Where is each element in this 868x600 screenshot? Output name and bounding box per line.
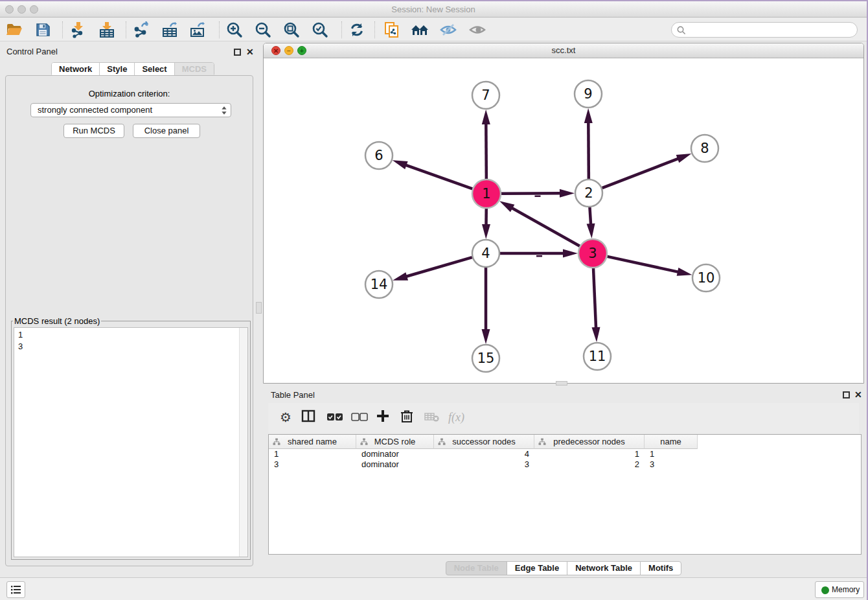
table-settings-button[interactable]: ⚙ xyxy=(277,409,295,427)
graph-node-label: 6 xyxy=(374,148,383,163)
graph-node-label: 3 xyxy=(588,246,597,261)
optimization-criterion-label: Optimization criterion: xyxy=(6,89,253,98)
search-icon xyxy=(677,26,686,35)
window-zoom-button[interactable] xyxy=(30,5,38,14)
zoom-fit-button[interactable] xyxy=(282,21,301,39)
column-header-shared-name[interactable]: shared name xyxy=(269,435,356,449)
zoom-selected-button[interactable] xyxy=(311,21,329,39)
graph-node-label: 9 xyxy=(584,86,592,102)
zoom-in-button[interactable] xyxy=(225,21,244,39)
network-minimize-button[interactable]: − xyxy=(284,46,293,55)
app-window: Session: New Session xyxy=(0,1,867,600)
network-window-title: scc.txt xyxy=(264,43,863,58)
window-minimize-button[interactable] xyxy=(17,5,26,14)
network-window-titlebar[interactable]: ✕ − + scc.txt xyxy=(264,43,863,58)
hide-graphics-details-button[interactable] xyxy=(439,21,457,39)
import-table-button[interactable] xyxy=(98,21,116,39)
table-close-icon[interactable]: ✕ xyxy=(854,389,862,400)
table-tab-edge-table[interactable]: Edge Table xyxy=(507,561,567,575)
graph-node-label: 14 xyxy=(371,277,388,292)
control-panel: Control Panel ✕ NetworkStyleSelectMCDS O… xyxy=(4,43,255,573)
control-tab-network[interactable]: Network xyxy=(52,63,100,76)
table-cell[interactable]: 3 xyxy=(645,459,698,470)
show-columns-button[interactable] xyxy=(301,409,319,427)
graph-node-label: 15 xyxy=(477,351,495,366)
main-toolbar xyxy=(0,18,867,41)
toolbar-separator xyxy=(374,21,375,38)
graph-node-label: 4 xyxy=(481,246,490,261)
create-column-button[interactable] xyxy=(376,409,394,427)
graph-node-label: 7 xyxy=(481,87,490,103)
table-tab-motifs[interactable]: Motifs xyxy=(640,561,681,575)
mcds-panel: Optimization criterion: strongly connect… xyxy=(5,75,253,566)
window-title: Session: New Session xyxy=(0,1,867,17)
unselect-all-columns-button[interactable] xyxy=(351,409,369,427)
table-panel-title: Table Panel xyxy=(271,390,315,400)
memory-label: Memory xyxy=(832,585,860,594)
export-network-button[interactable] xyxy=(132,21,150,39)
float-panel-icon[interactable] xyxy=(234,49,241,56)
result-scrollbar[interactable] xyxy=(239,328,247,557)
home-layout-button[interactable] xyxy=(411,21,429,39)
vertical-splitter-grip[interactable] xyxy=(256,302,262,314)
table-float-icon[interactable] xyxy=(843,391,850,398)
toolbar-separator xyxy=(341,21,342,38)
function-builder-button[interactable]: f(x) xyxy=(448,409,474,427)
delete-table-button[interactable] xyxy=(424,409,442,427)
control-tab-select[interactable]: Select xyxy=(135,63,174,76)
column-header-name[interactable]: name xyxy=(645,435,698,449)
table-row[interactable]: 1dominator411 xyxy=(269,449,698,459)
mcds-result-list[interactable]: 1 3 xyxy=(14,327,248,557)
network-canvas[interactable]: 7968124314101511 xyxy=(264,58,863,384)
birds-eye-view-button[interactable] xyxy=(468,21,486,39)
network-window: ✕ − + scc.txt 7968124314101511 xyxy=(263,43,864,384)
column-header-successor-nodes[interactable]: successor nodes xyxy=(434,435,534,449)
table-cell[interactable]: 4 xyxy=(434,449,534,459)
control-tab-mcds[interactable]: MCDS xyxy=(175,63,214,76)
list-icon xyxy=(11,585,21,594)
search-input[interactable] xyxy=(671,22,858,38)
open-session-button[interactable] xyxy=(5,21,23,39)
graph-node-label: 11 xyxy=(589,349,606,364)
column-header-predecessor-nodes[interactable]: predecessor nodes xyxy=(534,435,645,449)
task-history-button[interactable] xyxy=(6,581,25,598)
save-session-button[interactable] xyxy=(34,21,52,39)
criterion-value: strongly connected component xyxy=(38,105,152,115)
table-cell[interactable]: 3 xyxy=(434,459,534,470)
window-close-button[interactable] xyxy=(5,5,14,14)
network-maximize-button[interactable]: + xyxy=(297,46,306,55)
table-row[interactable]: 3dominator323 xyxy=(269,459,698,470)
table-panel: Table Panel ✕ ⚙ f(x) xyxy=(263,385,864,577)
clone-network-button[interactable] xyxy=(383,21,401,39)
run-mcds-button[interactable]: Run MCDS xyxy=(63,124,124,138)
close-panel-icon[interactable]: ✕ xyxy=(246,47,254,57)
table-cell[interactable]: 1 xyxy=(269,449,356,459)
table-toolbar: ⚙ f(x) xyxy=(268,403,859,433)
table-cell[interactable]: dominator xyxy=(356,449,434,459)
table-tab-node-table[interactable]: Node Table xyxy=(446,561,507,575)
table-tab-network-table[interactable]: Network Table xyxy=(567,561,641,575)
graph-node-label: 2 xyxy=(584,185,593,201)
mcds-result-group: MCDS result (2 nodes) 1 3 xyxy=(11,316,251,560)
export-table-button[interactable] xyxy=(161,21,179,39)
titlebar[interactable]: Session: New Session xyxy=(0,1,867,17)
refresh-button[interactable] xyxy=(348,21,366,39)
close-mcds-button[interactable]: Close panel xyxy=(133,124,200,138)
graph-node-label: 8 xyxy=(700,141,709,156)
zoom-out-button[interactable] xyxy=(254,21,272,39)
control-tab-style[interactable]: Style xyxy=(100,63,135,76)
delete-column-button[interactable] xyxy=(400,409,418,427)
select-all-columns-button[interactable] xyxy=(326,409,345,427)
column-header-MCDS-role[interactable]: MCDS role xyxy=(356,435,434,449)
export-image-button[interactable] xyxy=(188,21,207,39)
table-cell[interactable]: 1 xyxy=(534,449,645,459)
table-cell[interactable]: 1 xyxy=(645,449,698,459)
table-cell[interactable]: 2 xyxy=(534,459,645,470)
memory-button[interactable]: Memory xyxy=(815,581,864,598)
import-network-button[interactable] xyxy=(69,21,87,39)
network-close-button[interactable]: ✕ xyxy=(271,46,280,55)
toolbar-separator xyxy=(219,21,220,38)
criterion-select[interactable]: strongly connected component xyxy=(30,103,231,117)
table-cell[interactable]: dominator xyxy=(356,459,434,470)
table-cell[interactable]: 3 xyxy=(269,459,356,470)
